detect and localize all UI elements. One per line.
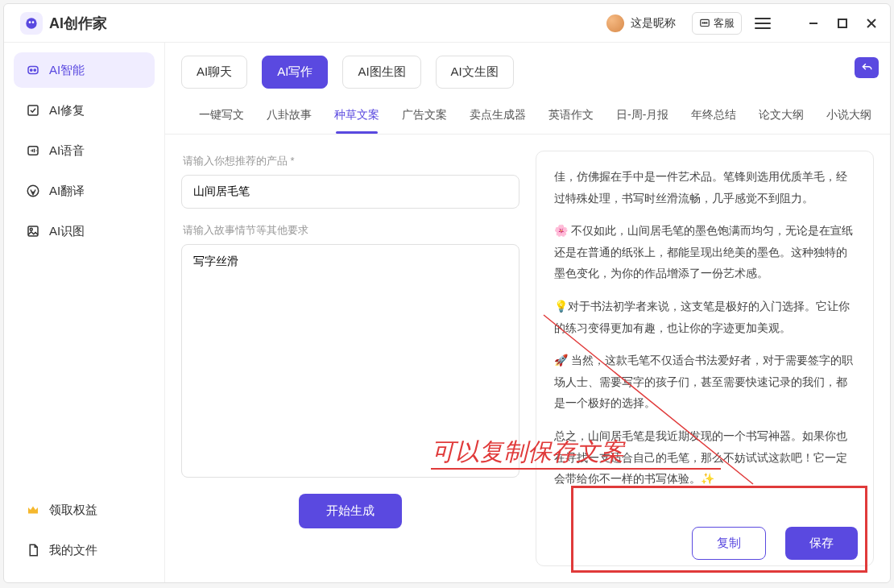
svg-point-4: [702, 22, 703, 23]
repair-icon: [25, 102, 41, 118]
tab-img2img[interactable]: AI图生图: [342, 56, 420, 89]
avatar: [606, 14, 624, 32]
product-input[interactable]: [181, 175, 519, 209]
sidebar-item-ai-smart[interactable]: AI智能: [14, 52, 155, 88]
file-icon: [25, 542, 41, 558]
customer-service-button[interactable]: 客服: [692, 12, 742, 35]
app-title: AI创作家: [49, 14, 107, 33]
output-text: 佳，仿佛握在手中是一件艺术品。笔锋则选用优质羊毛，经过特殊处理，书写时丝滑流畅，…: [554, 166, 855, 209]
logo-icon: [20, 12, 43, 35]
crown-icon: [25, 502, 41, 518]
app-logo: AI创作家: [20, 12, 107, 35]
subtab[interactable]: 日-周-月报: [615, 101, 670, 134]
secondary-tabs: 一键写文 八卦故事 种草文案 广告文案 卖点生成器 英语作文 日-周-月报 年终…: [165, 95, 890, 135]
svg-point-2: [32, 21, 35, 23]
sidebar-item-label: AI修复: [49, 103, 85, 118]
sidebar-item-ai-translate[interactable]: AI翻译: [14, 173, 155, 209]
sidebar-item-files[interactable]: 我的文件: [14, 532, 155, 568]
extra-label: 请输入故事情节等其他要求: [183, 223, 519, 238]
subtab[interactable]: 论文大纲: [757, 101, 805, 134]
subtab[interactable]: 一键写文: [197, 101, 246, 134]
svg-point-13: [34, 69, 35, 71]
copy-button[interactable]: 复制: [692, 527, 766, 560]
subtab[interactable]: 八卦故事: [265, 101, 313, 134]
output-text: 总之，山间居毛笔是我近期发现的一个书写神器。如果你也在寻找一支适合自己的毛笔，那…: [554, 425, 855, 490]
sidebar-item-label: AI识图: [49, 224, 85, 239]
primary-tabs: AI聊天 AI写作 AI图生图 AI文生图: [165, 43, 890, 95]
svg-point-6: [706, 22, 707, 23]
subtab-active[interactable]: 种草文案: [333, 101, 381, 134]
subtab[interactable]: 英语作文: [547, 101, 595, 134]
svg-point-0: [26, 18, 36, 28]
tab-chat[interactable]: AI聊天: [181, 56, 247, 89]
svg-point-5: [704, 22, 705, 23]
extra-input[interactable]: [181, 244, 519, 478]
svg-rect-11: [28, 67, 38, 74]
back-button[interactable]: [855, 57, 879, 78]
output-text: 💡对于书法初学者来说，这支笔是极好的入门选择。它让你的练习变得更加有趣，也让你的…: [554, 296, 855, 338]
sidebar-item-rights[interactable]: 领取权益: [14, 492, 155, 528]
product-label: 请输入你想推荐的产品 *: [183, 154, 519, 168]
smart-icon: [25, 62, 41, 78]
sidebar-item-label: 领取权益: [49, 503, 97, 518]
output-panel: 佳，仿佛握在手中是一件艺术品。笔锋则选用优质羊毛，经过特殊处理，书写时丝滑流畅，…: [536, 151, 874, 566]
output-text: 🚀 当然，这款毛笔不仅适合书法爱好者，对于需要签字的职场人士、需要写字的孩子们，…: [554, 350, 855, 414]
svg-rect-14: [28, 106, 38, 115]
subtab[interactable]: 卖点生成器: [468, 101, 528, 134]
sidebar-item-label: 我的文件: [49, 543, 97, 558]
output-text: 🌸 不仅如此，山间居毛笔的墨色饱满而均匀，无论是在宣纸还是在普通的纸张上，都能呈…: [554, 220, 855, 284]
generate-button[interactable]: 开始生成: [299, 494, 402, 528]
svg-point-18: [30, 228, 32, 230]
subtab[interactable]: 小说大纲: [825, 101, 873, 134]
bottom-actions: 复制 保存: [692, 527, 858, 560]
svg-rect-17: [28, 226, 38, 236]
close-icon[interactable]: [861, 13, 882, 34]
translate-icon: [25, 183, 41, 199]
nickname: 这是昵称: [631, 16, 676, 31]
menu-icon[interactable]: [755, 15, 771, 31]
tab-txt2img[interactable]: AI文生图: [436, 56, 514, 89]
sidebar-item-ai-repair[interactable]: AI修复: [14, 93, 155, 128]
tab-write[interactable]: AI写作: [262, 56, 328, 89]
sidebar: AI智能 AI修复 AI语音 AI翻译 AI识图 领取权益: [4, 43, 165, 582]
maximize-icon[interactable]: [832, 13, 853, 34]
svg-point-12: [31, 69, 32, 71]
sidebar-item-label: AI智能: [49, 63, 85, 78]
sidebar-item-ai-voice[interactable]: AI语音: [14, 133, 155, 168]
user-area[interactable]: 这是昵称: [606, 14, 676, 32]
sidebar-item-label: AI语音: [49, 143, 85, 159]
image-icon: [25, 223, 41, 239]
sidebar-item-label: AI翻译: [49, 184, 85, 199]
form-column: 请输入你想推荐的产品 * 请输入故事情节等其他要求 开始生成: [181, 151, 519, 566]
save-button[interactable]: 保存: [785, 527, 858, 560]
voice-icon: [25, 143, 41, 159]
svg-point-1: [29, 21, 31, 23]
subtab[interactable]: 广告文案: [400, 101, 449, 134]
subtab[interactable]: 年终总结: [689, 101, 738, 134]
cs-label: 客服: [714, 16, 735, 31]
svg-rect-8: [838, 19, 846, 27]
title-bar: AI创作家 这是昵称 客服: [4, 4, 890, 43]
sidebar-item-ai-image[interactable]: AI识图: [14, 213, 155, 249]
minimize-icon[interactable]: [803, 13, 824, 34]
